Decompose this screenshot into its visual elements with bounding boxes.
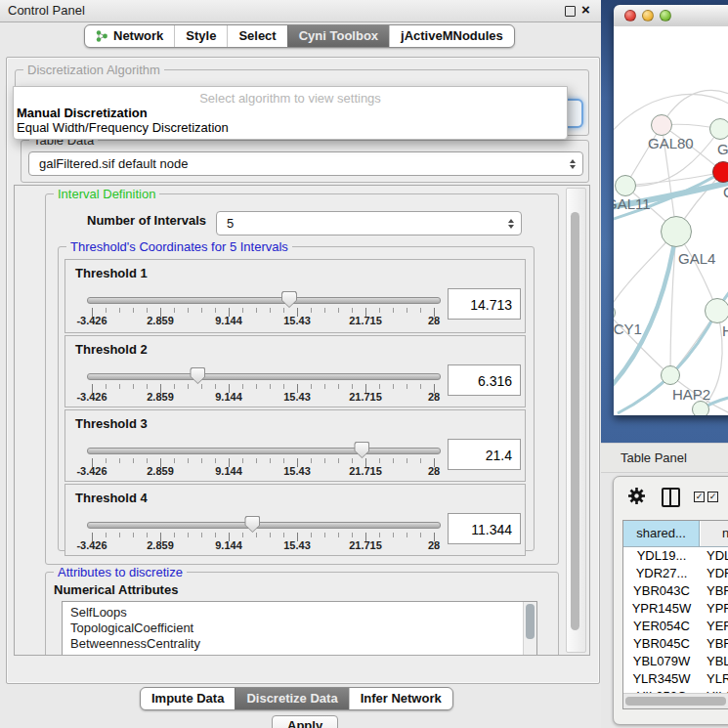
popup-option-equal-width-frequency-discretization[interactable]: Equal Width/Frequency Discretization [17, 120, 229, 135]
tab-style[interactable]: Style [174, 25, 227, 47]
cell-shared-name[interactable]: YDL19... [623, 548, 700, 563]
cell-name[interactable]: YDR2 [707, 566, 728, 580]
network-view-window: GAL80GCGAL11GAL4GCY1HHAP2 [614, 5, 728, 415]
network-window-titlebar[interactable] [614, 5, 728, 27]
cell-name[interactable]: YBR0 [707, 636, 728, 651]
tick-label: -3.426 [76, 465, 107, 477]
tab-cyni-toolbox[interactable]: Cyni Toolbox [287, 25, 389, 47]
tick-label: 2.859 [147, 391, 174, 403]
node-hap2[interactable] [661, 365, 680, 385]
tick-label: 21.715 [349, 539, 382, 551]
table-row[interactable]: YBR043CYBR0 [623, 583, 728, 601]
number-of-intervals-combobox[interactable]: 5 [216, 211, 522, 236]
network-canvas[interactable]: GAL80GCGAL11GAL4GCY1HHAP2 [614, 26, 728, 415]
checkbox-icon[interactable]: ✓ [694, 492, 705, 502]
threshold-slider-track[interactable] [87, 297, 441, 304]
threshold-value-field[interactable]: 14.713 [448, 288, 521, 320]
popup-option-manual-discretization[interactable]: Manual Discretization [17, 106, 148, 120]
float-window-icon[interactable] [565, 6, 576, 17]
threshold-panel-4: Threshold 4-3.4262.8599.14415.4321.71528… [64, 484, 526, 556]
threshold-slider-handle[interactable] [354, 442, 369, 458]
cell-shared-name[interactable]: YLR345W [623, 671, 700, 686]
attribute-item-selfloops[interactable]: SelfLoops [70, 605, 127, 620]
tab-jactivemnodules[interactable]: jActiveMNodules [389, 25, 514, 47]
node-g[interactable] [709, 118, 728, 140]
threshold-slider-handle[interactable] [190, 367, 205, 384]
node-gal4[interactable] [661, 216, 692, 247]
threshold-slider-handle[interactable] [281, 291, 297, 308]
thresholds-group-title: Threshold's Coordinates for 5 Intervals [66, 239, 292, 254]
cyni-toolbox-panel: Discretization Algorithm Select algorith… [6, 57, 600, 684]
bottom-tab-discretize-data[interactable]: Discretize Data [235, 688, 348, 709]
cell-name[interactable]: YLR3 [707, 671, 728, 686]
threshold-value-field[interactable]: 21.4 [448, 439, 521, 470]
window-title: Control Panel [8, 3, 85, 18]
threshold-slider-track[interactable] [87, 373, 441, 380]
table-data-combobox[interactable]: galFiltered.sif default node [28, 151, 583, 176]
bottom-tab-label: Infer Network [361, 688, 442, 709]
cell-name[interactable]: YBL0 [707, 654, 728, 668]
bottom-tab-impute-data[interactable]: Impute Data [141, 688, 235, 709]
table-row[interactable]: YDL19...YDL1 [623, 548, 728, 566]
cell-shared-name[interactable]: YPR145W [623, 601, 700, 616]
mac-zoom-icon[interactable] [660, 10, 671, 21]
table-horizontal-scrollbar[interactable] [623, 693, 728, 709]
threshold-slider-track[interactable] [87, 448, 441, 454]
table-row[interactable]: YBR045CYBR0 [623, 636, 728, 654]
attributes-list-scrollbar[interactable] [523, 602, 536, 655]
threshold-slider-handle[interactable] [244, 516, 260, 533]
column-header-shared-name[interactable]: shared... [623, 521, 700, 546]
threshold-slider-track[interactable] [87, 522, 441, 529]
scrollbar-thumb[interactable] [571, 212, 579, 630]
node-label: GAL4 [678, 250, 715, 267]
gear-icon[interactable] [627, 487, 646, 505]
close-icon[interactable]: × [581, 1, 590, 18]
control-panel-titlebar[interactable]: Control Panel × [0, 0, 601, 22]
split-columns-icon[interactable] [662, 488, 680, 507]
discretization-algorithm-title: Discretization Algorithm [23, 63, 164, 77]
mac-close-icon[interactable] [624, 10, 636, 21]
scrollbar-thumb[interactable] [625, 697, 726, 706]
cell-shared-name[interactable]: YER054C [623, 619, 700, 633]
threshold-value-field[interactable]: 6.316 [448, 364, 521, 396]
cell-shared-name[interactable]: YDR27... [623, 566, 700, 580]
table-row[interactable]: YBL079WYBL0 [623, 654, 728, 671]
network-icon [96, 29, 108, 43]
viewport-vertical-scrollbar[interactable] [566, 188, 586, 653]
node-c[interactable] [712, 161, 728, 183]
attribute-item-betweennesscentrality[interactable]: BetweennessCentrality [70, 636, 200, 651]
node-unlabeled[interactable] [692, 401, 709, 415]
cell-shared-name[interactable]: YBR043C [623, 583, 700, 598]
tab-network[interactable]: Network [85, 25, 174, 47]
numerical-attributes-list[interactable]: SelfLoopsTopologicalCoefficientBetweenne… [62, 601, 537, 656]
attribute-item-topologicalcoefficient[interactable]: TopologicalCoefficient [70, 621, 193, 635]
table-panel-titlebar[interactable]: Table Panel [601, 443, 728, 473]
algorithm-combo-focused-fragment[interactable] [566, 99, 583, 128]
table-row[interactable]: YPR145WYPR1 [623, 601, 728, 619]
table-row[interactable]: YDR27...YDR2 [623, 566, 728, 583]
checkbox-icon[interactable]: ✓ [707, 492, 718, 502]
scrollbar-thumb[interactable] [526, 604, 535, 639]
node-gal80[interactable] [651, 114, 672, 136]
number-of-intervals-label: Number of Intervals [87, 213, 206, 228]
cell-name[interactable]: YPR1 [707, 601, 728, 616]
apply-button[interactable]: Apply [272, 715, 338, 728]
slider-tick-labels: -3.4262.8599.14415.4321.71528 [92, 465, 434, 478]
tick-label: 15.43 [283, 315, 311, 326]
cell-name[interactable]: YDL1 [707, 548, 728, 563]
cell-name[interactable]: YBR0 [707, 583, 728, 598]
cell-shared-name[interactable]: YBL079W [623, 654, 700, 668]
table-row[interactable]: YER054CYER0 [623, 619, 728, 636]
threshold-value-field[interactable]: 11.344 [448, 513, 521, 544]
tick-label: 28 [428, 315, 440, 326]
bottom-tab-infer-network[interactable]: Infer Network [349, 688, 452, 709]
node-h[interactable] [705, 298, 728, 323]
tab-select[interactable]: Select [227, 25, 286, 47]
node-gal11[interactable] [615, 175, 636, 196]
cell-name[interactable]: YER0 [707, 619, 728, 633]
column-header-name[interactable]: n [701, 521, 728, 546]
mac-minimize-icon[interactable] [642, 10, 654, 21]
tick-label: 21.715 [349, 315, 382, 326]
cell-shared-name[interactable]: YBR045C [623, 636, 700, 651]
table-row[interactable]: YLR345WYLR3 [623, 671, 728, 689]
